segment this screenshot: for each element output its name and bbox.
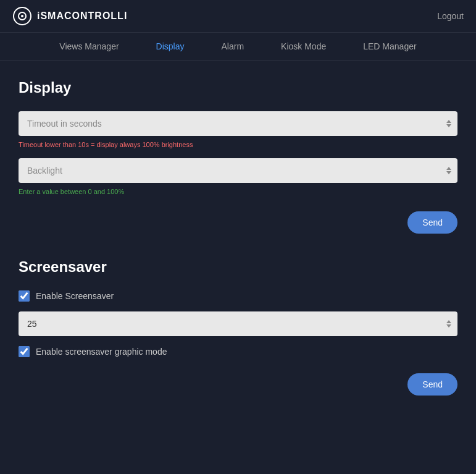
timeout-up-arrow[interactable] bbox=[446, 120, 451, 123]
backlight-input[interactable] bbox=[19, 158, 457, 183]
display-title: Display bbox=[19, 79, 457, 96]
logo-text: iSMACONTROLLI bbox=[37, 11, 127, 22]
enable-screensaver-row: Enable Screensaver bbox=[19, 290, 457, 302]
main-nav: Views Manager Display Alarm Kiosk Mode L… bbox=[0, 33, 476, 61]
screensaver-send-button[interactable]: Send bbox=[407, 373, 457, 396]
logo-icon bbox=[12, 6, 32, 26]
screensaver-section: Screensaver Enable Screensaver Enable sc… bbox=[19, 258, 457, 396]
enable-screensaver-checkbox[interactable] bbox=[19, 290, 30, 302]
timeout-spinner[interactable] bbox=[446, 120, 451, 127]
svg-point-2 bbox=[21, 15, 23, 17]
backlight-group bbox=[19, 158, 457, 183]
display-send-row: Send bbox=[19, 205, 457, 234]
nav-kiosk-mode[interactable]: Kiosk Mode bbox=[281, 41, 326, 51]
app-header: iSMACONTROLLI Logout bbox=[0, 0, 476, 33]
nav-led-manager[interactable]: LED Manager bbox=[363, 41, 416, 51]
backlight-spinner[interactable] bbox=[446, 167, 451, 174]
backlight-up-arrow[interactable] bbox=[446, 167, 451, 170]
screensaver-timeout-spinner[interactable] bbox=[446, 320, 451, 328]
screensaver-title: Screensaver bbox=[19, 258, 457, 276]
graphic-mode-checkbox[interactable] bbox=[19, 346, 30, 357]
display-section: Display Timeout lower than 10s = display… bbox=[19, 79, 457, 234]
timeout-group bbox=[19, 111, 457, 136]
screensaver-send-row: Send bbox=[19, 367, 457, 396]
main-content: Display Timeout lower than 10s = display… bbox=[0, 61, 476, 414]
graphic-mode-row: Enable screensaver graphic mode bbox=[19, 346, 457, 357]
logout-button[interactable]: Logout bbox=[437, 11, 464, 21]
screensaver-timeout-group bbox=[19, 311, 457, 336]
logo: iSMACONTROLLI bbox=[12, 6, 127, 26]
screensaver-down-arrow[interactable] bbox=[446, 324, 451, 328]
backlight-down-arrow[interactable] bbox=[446, 171, 451, 174]
screensaver-timeout-input[interactable] bbox=[19, 311, 457, 336]
nav-alarm[interactable]: Alarm bbox=[222, 41, 244, 51]
timeout-hint: Timeout lower than 10s = display always … bbox=[19, 141, 457, 148]
timeout-down-arrow[interactable] bbox=[446, 124, 451, 127]
nav-display[interactable]: Display bbox=[156, 41, 185, 51]
screensaver-up-arrow[interactable] bbox=[446, 320, 451, 323]
timeout-input[interactable] bbox=[19, 111, 457, 136]
display-send-button[interactable]: Send bbox=[407, 211, 457, 234]
graphic-mode-label: Enable screensaver graphic mode bbox=[36, 347, 167, 357]
backlight-hint: Enter a value between 0 and 100% bbox=[19, 188, 457, 195]
enable-screensaver-label: Enable Screensaver bbox=[36, 291, 114, 301]
nav-views-manager[interactable]: Views Manager bbox=[59, 41, 119, 51]
